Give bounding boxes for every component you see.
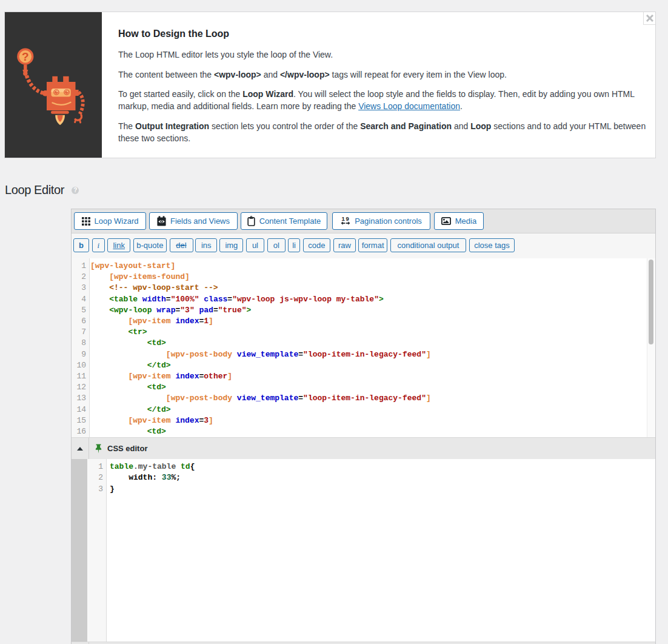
- svg-text:9: 9: [346, 216, 349, 222]
- svg-text:1: 1: [342, 216, 346, 222]
- svg-text:?: ?: [22, 50, 29, 63]
